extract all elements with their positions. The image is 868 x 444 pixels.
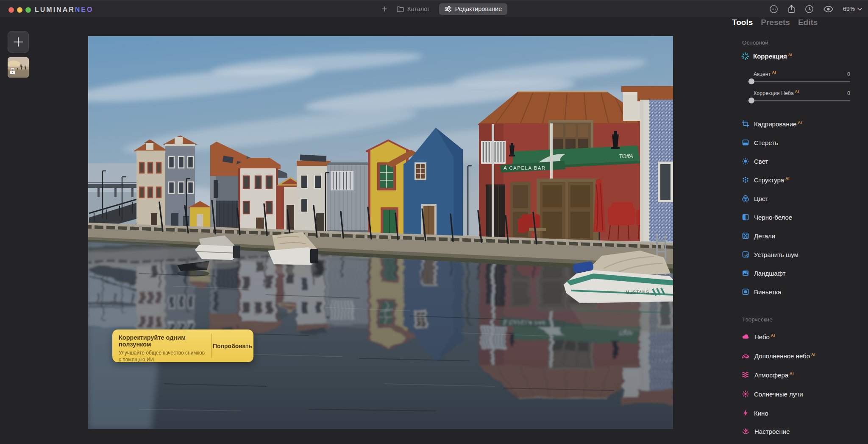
tool-item-crop[interactable]: КадрированиеAI <box>742 114 863 133</box>
tool-item-denoise[interactable]: Устранить шум <box>742 245 863 264</box>
titlebar: LUMINARNEO + Каталог Редактирование <box>0 0 868 17</box>
correction-label: КоррекцияAI <box>753 53 793 60</box>
tool-item-light[interactable]: Свет <box>742 152 863 170</box>
tab-editing[interactable]: Редактирование <box>439 3 507 15</box>
tab-editing-label: Редактирование <box>455 6 502 12</box>
accent-slider-handle[interactable] <box>748 78 754 84</box>
tool-item-mood[interactable]: Настроение <box>742 422 863 441</box>
color-wheel-icon <box>742 195 749 202</box>
app-logo: LUMINARNEO <box>35 6 93 14</box>
zoom-level-control[interactable]: 69% <box>843 6 862 12</box>
landscape-image-icon <box>742 269 749 277</box>
tooltip-title: Корректируйте одним ползунком <box>119 334 207 348</box>
lock-icon <box>9 67 16 76</box>
eraser-icon <box>742 139 749 146</box>
lightning-icon <box>742 409 749 417</box>
vignette-icon <box>742 288 749 296</box>
tab-catalog-label: Каталог <box>407 6 430 12</box>
plus-icon <box>13 36 24 47</box>
panel-tabs: Tools Presets Edits <box>732 18 818 27</box>
try-button[interactable]: Попробовать <box>211 330 253 362</box>
luminar-neo-window: LUMINARNEO + Каталог Редактирование <box>0 0 868 444</box>
canal-houses-photo: TOffA A CAPELA BAR <box>88 36 673 429</box>
black-white-icon <box>742 213 749 221</box>
denoise-icon <box>742 251 749 258</box>
tool-item-augmented-sky[interactable]: Дополненное небоAI <box>742 346 863 365</box>
rainbow-icon <box>742 352 750 360</box>
tool-item-details[interactable]: Детали <box>742 226 863 245</box>
tool-item-vignette[interactable]: Виньетка <box>742 282 863 301</box>
share-icon[interactable] <box>787 5 796 14</box>
structure-dots-icon <box>742 176 749 184</box>
crop-icon <box>742 120 749 128</box>
tool-item-sky[interactable]: НебоAI <box>742 327 863 346</box>
details-checker-icon <box>742 232 749 240</box>
traffic-light-minimize[interactable] <box>17 7 22 13</box>
tool-item-atmosphere[interactable]: АтмосфераAI <box>742 366 863 384</box>
photo-thumbnail[interactable] <box>8 57 29 78</box>
ai-suggestion-tooltip: Корректируйте одним ползунком Улучшайте … <box>112 330 253 362</box>
tool-item-structure[interactable]: СтруктураAI <box>742 170 863 189</box>
sky-slider-track[interactable] <box>748 100 850 101</box>
traffic-light-zoom[interactable] <box>25 7 31 13</box>
accent-slider-label: АкцентAI <box>754 70 776 77</box>
zoom-level-value: 69% <box>843 6 855 12</box>
tool-item-correction[interactable]: КоррекцияAI <box>741 52 793 60</box>
add-image-button[interactable] <box>8 31 29 53</box>
section-header-creative: Творческие <box>742 316 773 323</box>
more-options-icon[interactable] <box>769 5 778 14</box>
sky-correction-slider[interactable]: Коррекция НебаAI 0 <box>748 89 850 101</box>
sun-rays-icon <box>742 390 749 398</box>
sky-cloud-icon <box>742 333 750 341</box>
tab-tools[interactable]: Tools <box>732 18 753 27</box>
folder-icon <box>397 6 404 12</box>
tool-item-erase[interactable]: Стереть <box>742 133 863 152</box>
sky-slider-label: Коррекция НебаAI <box>754 89 799 96</box>
tool-item-color[interactable]: Цвет <box>742 189 863 208</box>
tooltip-body-line2: с помощью ИИ <box>119 357 154 363</box>
chevron-down-icon <box>857 8 862 11</box>
section-header-basic: Основной <box>742 39 768 46</box>
tool-item-sunrays[interactable]: Солнечные лучи <box>742 385 863 403</box>
atmosphere-waves-icon <box>742 371 750 379</box>
traffic-light-close[interactable] <box>8 7 14 13</box>
tool-item-black-white[interactable]: Черно-белое <box>742 208 863 226</box>
sky-slider-value: 0 <box>847 90 850 96</box>
lotus-icon <box>742 427 750 435</box>
compare-eye-icon[interactable] <box>823 6 834 13</box>
add-photos-button[interactable]: + <box>381 4 387 14</box>
history-icon[interactable] <box>805 5 814 14</box>
sliders-icon <box>445 6 451 12</box>
tool-item-cinema[interactable]: Кино <box>742 404 863 422</box>
tab-edits[interactable]: Edits <box>798 18 818 27</box>
sky-slider-handle[interactable] <box>748 98 754 103</box>
tab-catalog[interactable]: Каталог <box>397 6 430 12</box>
sun-light-icon <box>742 157 749 165</box>
accent-slider[interactable]: АкцентAI 0 <box>748 70 850 82</box>
accent-slider-value: 0 <box>847 71 850 77</box>
sparkle-correction-icon <box>741 52 749 60</box>
accent-slider-track[interactable] <box>748 81 850 82</box>
tool-item-landscape[interactable]: Ландшафт <box>742 264 863 282</box>
photo-canvas[interactable]: TOffA A CAPELA BAR <box>88 36 673 429</box>
tooltip-body-line1: Улучшайте общее качество снимков <box>119 350 205 356</box>
tab-presets[interactable]: Presets <box>761 18 790 27</box>
